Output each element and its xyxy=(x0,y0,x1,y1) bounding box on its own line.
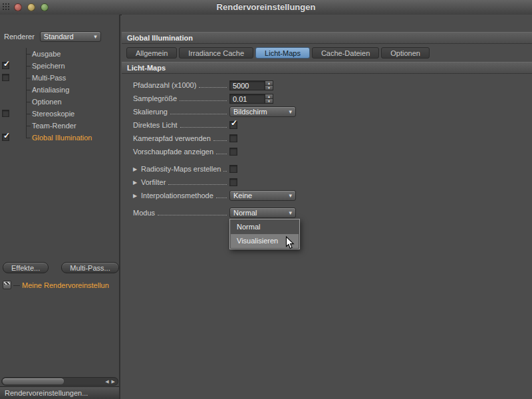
check-icon: ✓ xyxy=(3,59,10,68)
step-up-icon[interactable]: ▲ xyxy=(265,94,273,99)
interpolation-dropdown[interactable]: Keine ▾ xyxy=(229,190,296,201)
sidebar-item-speichern[interactable]: ✓ Speichern xyxy=(0,60,119,72)
field-row-vorfilter: ▶ Vorfilter xyxy=(133,176,532,189)
tab-licht-maps[interactable]: Licht-Maps xyxy=(255,47,310,59)
horizontal-scrollbar[interactable]: ◀ ▶ xyxy=(1,377,118,386)
tab-allgemein[interactable]: Allgemein xyxy=(126,47,177,59)
chevron-down-icon: ▾ xyxy=(285,108,292,115)
vorfilter-checkbox[interactable] xyxy=(229,178,237,186)
renderer-label: Renderer xyxy=(4,33,35,41)
titlebar[interactable]: Rendervoreinstellungen xyxy=(0,0,532,15)
step-down-icon[interactable]: ▼ xyxy=(265,86,273,90)
enable-checkbox[interactable] xyxy=(2,74,9,81)
skalierung-value: Bildschirm xyxy=(233,108,267,116)
scrollbar-thumb[interactable] xyxy=(3,378,64,384)
renderer-dropdown[interactable]: Standard ▾ xyxy=(40,31,101,42)
check-icon: ✓ xyxy=(231,118,237,128)
field-label: Direktes Licht xyxy=(133,121,178,129)
render-preset-icon xyxy=(3,281,11,289)
settings-form: Pfadanzahl (x1000) 5000 ▲ ▼ Samplegröße xyxy=(122,74,532,219)
settings-tree: Ausgabe ✓ Speichern Multi-Pass Antialias… xyxy=(0,48,119,148)
enable-checkbox[interactable]: ✓ xyxy=(2,134,9,141)
section-title: Licht-Maps xyxy=(122,62,532,74)
field-row-kamerapfad: Kamerapfad verwenden xyxy=(133,132,532,145)
sidebar-item-stereoskopie[interactable]: Stereoskopie xyxy=(0,108,119,120)
step-up-icon[interactable]: ▲ xyxy=(265,81,273,86)
field-label: Modus xyxy=(133,209,155,217)
sidebar-item-team-render[interactable]: Team-Render xyxy=(0,120,119,132)
field-label: Skalierung xyxy=(133,108,168,116)
modus-value: Normal xyxy=(233,209,257,217)
modus-dropdown[interactable]: Normal ▾ xyxy=(229,207,296,218)
page-title: Global Illumination xyxy=(122,32,532,44)
chevron-down-icon: ▾ xyxy=(285,209,292,216)
samplegroesse-value[interactable]: 0.01 xyxy=(229,94,265,104)
field-row-interpolation: ▶ Interpolationsmethode Keine ▾ xyxy=(133,189,532,202)
window-title: Rendervoreinstellungen xyxy=(0,0,532,15)
radiosity-checkbox[interactable] xyxy=(229,165,237,173)
sidebar: Renderer Standard ▾ Ausgabe ✓ Speichern … xyxy=(0,15,120,399)
step-down-icon[interactable]: ▼ xyxy=(265,99,273,103)
preset-item[interactable]: Meine Rendervoreinstellun xyxy=(2,279,118,291)
tab-bar: Allgemein Irradiance Cache Licht-Maps Ca… xyxy=(126,47,532,59)
field-row-pfadanzahl: Pfadanzahl (x1000) 5000 ▲ ▼ xyxy=(133,78,532,92)
field-row-skalierung: Skalierung Bildschirm ▾ xyxy=(133,105,532,118)
pfadanzahl-input[interactable]: 5000 ▲ ▼ xyxy=(229,80,273,90)
sidebar-buttons: Effekte... Multi-Pass... xyxy=(3,262,119,273)
expander-icon[interactable]: ▶ xyxy=(133,180,141,186)
pfadanzahl-value[interactable]: 5000 xyxy=(229,80,265,90)
field-label: Vorfilter xyxy=(141,178,166,186)
pfadanzahl-stepper[interactable]: ▲ ▼ xyxy=(265,80,273,90)
effects-button[interactable]: Effekte... xyxy=(3,262,49,273)
tab-optionen[interactable]: Optionen xyxy=(381,47,430,59)
field-row-modus: Modus Normal ▾ xyxy=(133,206,532,219)
render-settings-window: Rendervoreinstellungen Renderer Standard… xyxy=(0,0,532,399)
render-settings-menu-button[interactable]: Rendervoreinstellungen... xyxy=(0,386,119,399)
skalierung-dropdown[interactable]: Bildschirm ▾ xyxy=(229,106,296,117)
scroll-right-icon[interactable]: ▶ xyxy=(112,378,115,384)
chevron-down-icon: ▾ xyxy=(90,33,97,40)
field-label: Vorschaupfade anzeigen xyxy=(133,148,213,156)
sidebar-item-ausgabe[interactable]: Ausgabe xyxy=(0,48,119,60)
field-label: Pfadanzahl (x1000) xyxy=(133,81,196,89)
interpolation-value: Keine xyxy=(233,192,252,200)
enable-checkbox[interactable] xyxy=(2,110,9,117)
expander-icon[interactable]: ▶ xyxy=(133,193,141,199)
sidebar-item-antialiasing[interactable]: Antialiasing xyxy=(0,84,119,96)
samplegroesse-stepper[interactable]: ▲ ▼ xyxy=(265,94,273,104)
field-label: Radiosity-Maps erstellen xyxy=(141,165,221,173)
main-panel: Global Illumination Allgemein Irradiance… xyxy=(122,15,532,399)
tab-cache-dateien[interactable]: Cache-Dateien xyxy=(312,47,379,59)
mouse-cursor xyxy=(285,236,295,249)
multipass-button[interactable]: Multi-Pass... xyxy=(61,262,119,273)
kamerapfad-checkbox[interactable] xyxy=(229,134,237,142)
field-row-vorschaupfade: Vorschaupfade anzeigen xyxy=(133,145,532,158)
chevron-down-icon: ▾ xyxy=(285,192,292,199)
sidebar-item-global-illumination[interactable]: ✓ Global Illumination xyxy=(0,132,119,144)
direktes-licht-checkbox[interactable]: ✓ xyxy=(229,121,237,129)
enable-checkbox[interactable]: ✓ xyxy=(2,62,9,69)
vorschaupfade-checkbox[interactable] xyxy=(229,148,237,156)
field-row-radiosity: ▶ Radiosity-Maps erstellen xyxy=(133,162,532,176)
check-icon: ✓ xyxy=(3,131,10,140)
samplegroesse-input[interactable]: 0.01 ▲ ▼ xyxy=(229,94,273,104)
tab-irradiance-cache[interactable]: Irradiance Cache xyxy=(179,47,253,59)
scrollbar-arrows: ◀ ▶ xyxy=(105,378,115,384)
field-row-samplegroesse: Samplegröße 0.01 ▲ ▼ xyxy=(133,92,532,105)
scroll-left-icon[interactable]: ◀ xyxy=(105,378,108,384)
menu-item-normal[interactable]: Normal xyxy=(231,220,299,234)
field-label: Samplegröße xyxy=(133,94,177,102)
sidebar-item-multi-pass[interactable]: Multi-Pass xyxy=(0,72,119,84)
renderer-row: Renderer Standard ▾ xyxy=(4,31,115,42)
field-label: Kamerapfad verwenden xyxy=(133,134,211,142)
field-label: Interpolationsmethode xyxy=(141,192,213,200)
expander-icon[interactable]: ▶ xyxy=(133,166,141,172)
renderer-value: Standard xyxy=(44,33,74,41)
field-row-direktes-licht: Direktes Licht ✓ xyxy=(133,118,532,132)
preset-label: Meine Rendervoreinstellun xyxy=(22,279,109,291)
sidebar-item-optionen[interactable]: Optionen xyxy=(0,96,119,108)
